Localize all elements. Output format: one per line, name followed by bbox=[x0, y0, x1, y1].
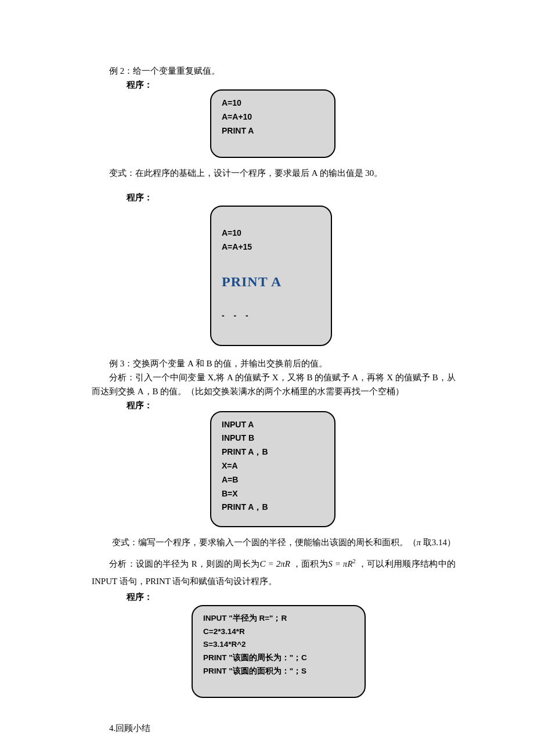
variant2-analysis-prefix: 分析：设圆的半径为 R，则圆的周长为 bbox=[109, 559, 259, 568]
variant2-title: 变式：编写一个程序，要求输入一个圆的半径，便能输出该圆的周长和面积。（π 取3.… bbox=[92, 535, 456, 549]
variant2-title-prefix: 变式：编写一个程序，要求输入一个圆的半径，便能输出该圆的周长和面积。（ bbox=[112, 538, 417, 547]
variant2-program-label: 程序： bbox=[127, 590, 456, 604]
variant2-analysis-mid: ，面积为 bbox=[290, 559, 328, 568]
variant2-code-box: INPUT "半径为 R="；R C=2*3.14*R S=3.14*R^2 P… bbox=[192, 605, 366, 698]
variant2-analysis: 分析：设圆的半径为 R，则圆的周长为C = 2πR ，面积为S = πR2 ，可… bbox=[92, 555, 456, 590]
summary-heading: 4.回顾小结 bbox=[92, 721, 456, 735]
variant1-title: 变式：在此程序的基础上，设计一个程序，要求最后 A 的输出值是 30。 bbox=[92, 166, 456, 180]
example3-program-label: 程序： bbox=[127, 398, 456, 412]
variant1-code-top: A=10 A=A+15 bbox=[222, 228, 252, 251]
variant1-print-a: PRINT A bbox=[222, 270, 320, 294]
example3-title: 例 3：交换两个变量 A 和 B 的值，并输出交换前后的值。 bbox=[92, 357, 456, 370]
example2-code-box: A=10 A=A+10 PRINT A bbox=[210, 89, 335, 158]
variant2-title-suffix: 取3.14） bbox=[421, 538, 456, 547]
formula-area: S = πR2 bbox=[328, 559, 356, 568]
example3-analysis: 分析：引入一个中间变量 X,将 A 的值赋予 X，又将 B 的值赋予 A，再将 … bbox=[92, 370, 456, 398]
example2-title: 例 2：给一个变量重复赋值。 bbox=[92, 64, 456, 78]
example3-code-box: INPUT A INPUT B PRINT A，B X=A A=B B=X PR… bbox=[210, 411, 335, 527]
formula-circumference: C = 2πR bbox=[259, 559, 290, 568]
variant1-code-box: A=10 A=A+15 PRINT A - - - bbox=[210, 206, 332, 346]
variant1-program-label: 程序： bbox=[127, 190, 456, 204]
variant1-dashes: - - - bbox=[222, 309, 320, 323]
pi-symbol: π bbox=[417, 538, 421, 547]
formula-area-base: S = πR bbox=[328, 559, 352, 568]
